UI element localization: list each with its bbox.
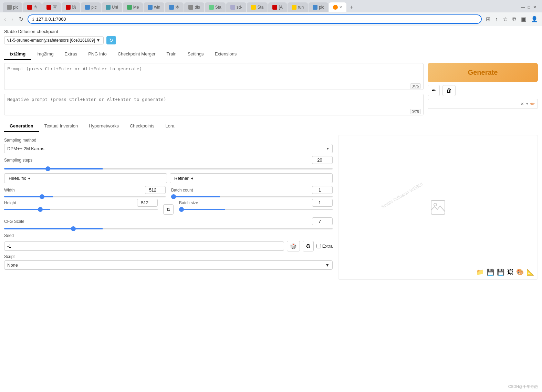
style-x-icon[interactable]: ✕ — [520, 101, 524, 106]
open-folder-button[interactable]: 📁 — [476, 268, 484, 277]
sub-tab-generation[interactable]: Generation — [4, 121, 39, 132]
tab-extensions[interactable]: Extensions — [209, 49, 242, 60]
tab-pic2[interactable]: pic — [81, 2, 101, 12]
tab-active[interactable]: ✕ — [329, 2, 346, 12]
tab-yin[interactable]: 隐 — [62, 2, 80, 12]
reload-button[interactable]: ↻ — [18, 15, 25, 23]
checkpoint-row: v1-5-pruned-emaonly.safetensors [6ce0161… — [4, 36, 538, 44]
crop-button[interactable]: 📐 — [526, 268, 535, 277]
width-slider[interactable] — [4, 196, 166, 197]
batch-count-input[interactable] — [312, 186, 333, 194]
sampling-method-dropdown[interactable]: DPM++ 2M Karras ▼ — [4, 144, 333, 153]
trash-button[interactable]: 🗑 — [442, 85, 456, 96]
extensions-icon[interactable]: ⧉ — [511, 15, 518, 24]
bookmark-icon[interactable]: ☆ — [501, 14, 509, 24]
sampling-steps-input[interactable]: 20 — [312, 156, 333, 164]
tab-label: Me — [133, 5, 139, 10]
height-batchsize-row: Height ⇅ Batch size — [4, 199, 333, 215]
prompt-left: 0/75 0/75 — [4, 63, 424, 116]
seed-input[interactable]: -1 — [4, 241, 284, 251]
positive-prompt-count: 0/75 — [410, 83, 421, 89]
back-button[interactable]: ‹ — [3, 16, 7, 23]
action-row: ✒ 🗑 — [428, 85, 538, 96]
tab-txt2img[interactable]: txt2img — [4, 49, 31, 60]
tab-png-info[interactable]: PNG Info — [83, 49, 112, 60]
style-palette-button[interactable]: 🎨 — [515, 268, 524, 277]
address-bar-row: ‹ › ↻ ℹ 127.0.0.1:7860 ⊞ ↑ ☆ ⧉ ▣ 👤 — [0, 12, 542, 26]
sub-tab-textual-inversion[interactable]: Textual Inversion — [39, 121, 84, 132]
address-bar[interactable]: ℹ 127.0.0.1:7860 — [28, 14, 482, 24]
tab-sd[interactable]: sd- — [226, 2, 247, 12]
positive-prompt-input[interactable] — [4, 63, 424, 90]
checkpoint-select[interactable]: v1-5-pruned-emaonly.safetensors [6ce0161… — [4, 36, 104, 44]
tab-uni[interactable]: Uni — [102, 2, 122, 12]
tab-win[interactable]: win — [144, 2, 164, 12]
script-dropdown[interactable]: None ▼ — [4, 260, 333, 270]
tab-run[interactable]: run — [288, 2, 308, 12]
new-tab-button[interactable]: + — [347, 3, 356, 12]
tab-sta1[interactable]: Sta — [205, 2, 226, 12]
minimize-button[interactable]: — — [521, 5, 525, 10]
height-group: Height — [4, 199, 158, 210]
height-slider[interactable] — [4, 209, 158, 210]
negative-prompt-wrapper: 0/75 — [4, 94, 424, 116]
height-input[interactable] — [137, 199, 158, 207]
tab-sta2[interactable]: Sta — [247, 2, 268, 12]
forward-button[interactable]: › — [10, 16, 14, 23]
tab-a[interactable]: [A — [268, 2, 286, 12]
seed-recycle-button[interactable]: ♻ — [303, 241, 314, 251]
cfg-scale-slider[interactable] — [4, 228, 333, 229]
extra-checkbox-label[interactable]: Extra — [316, 244, 333, 249]
tab-extras[interactable]: Extras — [59, 49, 83, 60]
sub-tab-hypernetworks[interactable]: Hypernetworks — [83, 121, 124, 132]
tab-favicon — [106, 5, 111, 10]
refiner-button[interactable]: Refiner ◄ — [170, 173, 333, 183]
swap-dimensions-button[interactable]: ⇅ — [163, 204, 174, 215]
undo-button[interactable]: ✒ — [428, 85, 440, 96]
tab-dis[interactable]: dis — [184, 2, 204, 12]
seed-random-button[interactable]: 🎲 — [287, 241, 300, 251]
width-input[interactable] — [145, 186, 166, 194]
tab-train[interactable]: Train — [161, 49, 182, 60]
sampling-steps-label: Sampling steps — [4, 158, 32, 163]
refresh-button[interactable]: ↻ — [106, 36, 116, 44]
hires-fix-button[interactable]: Hires. fix ◄ — [4, 173, 167, 183]
save-zip-button[interactable]: 💾 — [486, 268, 495, 277]
translate-icon[interactable]: ⊞ — [484, 14, 492, 24]
tab-pic3[interactable]: pic — [309, 2, 328, 12]
save-button[interactable]: 💾 — [496, 268, 505, 277]
batch-size-input[interactable] — [312, 199, 333, 207]
tab-close-icon[interactable]: ✕ — [339, 5, 342, 10]
tab-checkpoint-merger[interactable]: Checkpoint Merger — [112, 49, 161, 60]
sidebar-icon[interactable]: ▣ — [520, 14, 528, 24]
cfg-scale-input[interactable] — [312, 217, 333, 225]
close-button[interactable]: ✕ — [533, 5, 536, 10]
send-to-img2img-button[interactable]: 🖼 — [507, 268, 514, 277]
tab-xie[interactable]: 写 — [42, 2, 61, 12]
generate-button[interactable]: Generate — [428, 63, 538, 82]
style-input[interactable] — [431, 101, 518, 106]
batch-count-slider[interactable] — [171, 196, 333, 197]
browser-toolbar-icons: ⊞ ↑ ☆ ⧉ ▣ 👤 — [484, 14, 539, 24]
tab-ben[interactable]: 本 — [165, 2, 184, 12]
style-paint-icon[interactable]: ✏ — [530, 101, 535, 107]
tab-favicon — [313, 5, 317, 10]
tab-me[interactable]: Me — [123, 2, 143, 12]
tab-nei[interactable]: 内 — [23, 2, 42, 12]
negative-prompt-input[interactable] — [4, 94, 424, 115]
tab-pic1[interactable]: pic — [3, 2, 22, 12]
sub-tab-checkpoints[interactable]: Checkpoints — [124, 121, 160, 132]
batch-size-slider[interactable] — [179, 209, 333, 210]
tab-img2img[interactable]: img2img — [31, 49, 59, 60]
tab-settings[interactable]: Settings — [182, 49, 209, 60]
batch-size-header: Batch size — [179, 199, 333, 207]
share-icon[interactable]: ↑ — [494, 15, 499, 24]
sampling-steps-slider[interactable] — [4, 168, 333, 169]
style-chevron-icon[interactable]: ▾ — [526, 102, 528, 106]
cfg-scale-header: CFG Scale — [4, 217, 333, 225]
browser-chrome: pic 内 写 隐 pic Uni Me win — [0, 0, 542, 26]
extra-checkbox[interactable] — [316, 244, 321, 248]
maximize-button[interactable]: □ — [528, 5, 530, 10]
profile-icon[interactable]: 👤 — [530, 14, 539, 24]
sub-tab-lora[interactable]: Lora — [160, 121, 180, 132]
